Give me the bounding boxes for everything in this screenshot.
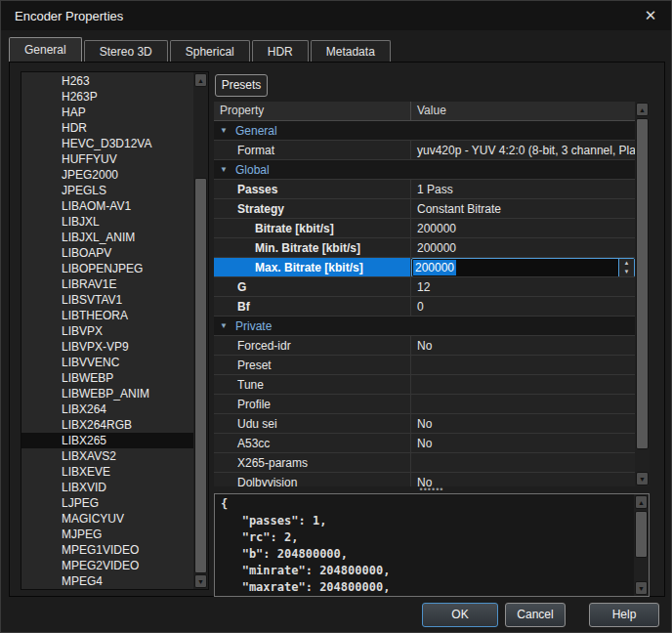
property-cell[interactable]: Profile	[214, 395, 411, 413]
value-cell[interactable]: Constant Bitrate	[411, 199, 635, 218]
column-header-value[interactable]: Value	[411, 102, 635, 120]
list-item[interactable]: MPEG1VIDEO	[21, 542, 193, 558]
value-cell[interactable]: 12	[411, 277, 635, 296]
value-cell[interactable]: 0	[411, 297, 635, 316]
table-row[interactable]: Min. Bitrate [kbit/s]200000	[214, 238, 635, 258]
list-item[interactable]: LIBX264RGB	[21, 417, 193, 433]
value-cell[interactable]	[411, 395, 635, 413]
property-cell[interactable]: X265-params	[214, 453, 411, 472]
list-item[interactable]: LIBAOM-AV1	[21, 198, 193, 214]
scroll-up-icon[interactable]: ▲	[635, 495, 648, 509]
list-item[interactable]: LIBXEVE	[21, 464, 193, 480]
list-item[interactable]: MPEG4	[21, 573, 193, 589]
property-cell[interactable]: Strategy	[214, 199, 411, 218]
list-item[interactable]: LIBVPX	[21, 323, 193, 339]
property-cell[interactable]: Passes	[214, 180, 411, 198]
json-editor-text[interactable]: { "passes": 1, "rc": 2, "b": 204800000, …	[215, 494, 634, 597]
tab-general[interactable]: General	[9, 37, 82, 63]
value-cell[interactable]: 200000▲▼	[411, 258, 635, 276]
property-cell[interactable]: G	[214, 277, 411, 296]
scroll-up-icon[interactable]: ▲	[636, 103, 649, 116]
list-item[interactable]: LIBXAVS2	[21, 448, 193, 464]
help-button[interactable]: Help	[589, 603, 659, 627]
value-cell[interactable]	[411, 453, 635, 472]
table-row[interactable]: Forced-idrNo	[214, 336, 635, 356]
value-cell[interactable]: No	[411, 414, 635, 433]
list-item[interactable]: HUFFYUV	[21, 151, 193, 167]
property-cell[interactable]: Preset	[214, 356, 411, 374]
list-item[interactable]: H263P	[21, 89, 193, 105]
collapse-arrow-icon[interactable]: ▼	[220, 316, 235, 335]
list-item[interactable]: LIBOPENJPEG	[21, 261, 193, 276]
value-cell[interactable]: 200000	[411, 238, 635, 257]
scrollbar-thumb[interactable]	[636, 118, 649, 449]
property-cell[interactable]: Format	[214, 141, 411, 159]
value-spinbox-input[interactable]: 200000▲▼	[411, 258, 635, 276]
property-cell[interactable]: Min. Bitrate [kbit/s]	[214, 238, 411, 257]
property-cell[interactable]: Forced-idr	[214, 336, 411, 355]
list-item[interactable]: LIBX265	[21, 433, 193, 448]
tab-hdr[interactable]: HDR	[252, 40, 309, 63]
property-cell[interactable]: Max. Bitrate [kbit/s]	[214, 258, 411, 276]
json-editor-scrollbar[interactable]: ▲ ▼	[634, 494, 649, 596]
cancel-button[interactable]: Cancel	[505, 603, 566, 627]
property-cell[interactable]: Tune	[214, 375, 411, 394]
spin-up-icon[interactable]: ▲	[619, 259, 634, 268]
collapse-arrow-icon[interactable]: ▼	[220, 160, 235, 179]
scrollbar-thumb[interactable]	[635, 511, 648, 558]
value-cell[interactable]: yuv420p - YUV 4:2:0 (8-bit, 3 channel, P…	[411, 141, 635, 159]
list-item[interactable]: LIBSVTAV1	[21, 292, 193, 308]
table-row[interactable]: Passes1 Pass	[214, 180, 635, 199]
table-row[interactable]: A53ccNo	[214, 434, 635, 453]
table-row[interactable]: X265-params	[214, 453, 635, 473]
list-item[interactable]: LIBWEBP	[21, 370, 193, 386]
list-item[interactable]: LIBJXL_ANIM	[21, 230, 193, 245]
list-item[interactable]: LIBTHEORA	[21, 308, 193, 323]
table-row[interactable]: Bitrate [kbit/s]200000	[214, 219, 635, 238]
value-cell[interactable]: No	[411, 434, 635, 452]
table-row[interactable]: G12	[214, 277, 635, 297]
scroll-down-icon[interactable]: ▼	[194, 574, 207, 588]
property-cell[interactable]: Dolbyvision	[214, 473, 411, 486]
list-item[interactable]: LIBVPX-VP9	[21, 339, 193, 355]
encoder-list-scrollbar[interactable]: ▲ ▼	[193, 72, 208, 589]
list-item[interactable]: HEVC_D3D12VA	[21, 136, 193, 151]
list-item[interactable]: MAGICYUV	[21, 511, 193, 527]
splitter-handle[interactable]: ••••••	[214, 486, 650, 493]
list-item[interactable]: LIBXVID	[21, 480, 193, 495]
list-item[interactable]: HDR	[21, 120, 193, 136]
value-cell[interactable]: No	[411, 473, 635, 486]
list-item[interactable]: LIBX264	[21, 401, 193, 417]
list-item[interactable]: LIBWEBP_ANIM	[21, 386, 193, 401]
group-row[interactable]: ▼Private	[214, 316, 635, 336]
list-item[interactable]: LIBOAPV	[21, 245, 193, 261]
list-item[interactable]: MJPEG	[21, 527, 193, 542]
table-row[interactable]: Profile	[214, 395, 635, 414]
value-cell[interactable]: 200000	[411, 219, 635, 237]
tab-spherical[interactable]: Spherical	[170, 40, 250, 63]
value-cell[interactable]: No	[411, 336, 635, 355]
property-cell[interactable]: Bf	[214, 297, 411, 316]
table-row[interactable]: StrategyConstant Bitrate	[214, 199, 635, 219]
table-row[interactable]: Tune	[214, 375, 635, 395]
table-row[interactable]: Max. Bitrate [kbit/s]200000▲▼	[214, 258, 635, 277]
list-item[interactable]: HAP	[21, 105, 193, 120]
value-cell[interactable]	[411, 356, 635, 374]
list-item[interactable]: LJPEG	[21, 495, 193, 511]
table-row[interactable]: Formatyuv420p - YUV 4:2:0 (8-bit, 3 chan…	[214, 141, 635, 160]
spin-down-icon[interactable]: ▼	[619, 268, 634, 276]
value-cell[interactable]: 1 Pass	[411, 180, 635, 198]
collapse-arrow-icon[interactable]: ▼	[220, 121, 235, 140]
value-cell[interactable]	[411, 375, 635, 394]
tab-metadata[interactable]: Metadata	[311, 40, 391, 63]
table-row[interactable]: Udu seiNo	[214, 414, 635, 434]
property-cell[interactable]: Bitrate [kbit/s]	[214, 219, 411, 237]
table-row[interactable]: Preset	[214, 356, 635, 375]
property-cell[interactable]: A53cc	[214, 434, 411, 452]
column-header-property[interactable]: Property	[214, 102, 411, 120]
list-item[interactable]: H263	[21, 73, 193, 89]
scroll-up-icon[interactable]: ▲	[194, 73, 207, 87]
scroll-down-icon[interactable]: ▼	[635, 581, 648, 595]
table-row[interactable]: Bf0	[214, 297, 635, 316]
close-icon[interactable]: ✕	[640, 6, 661, 25]
